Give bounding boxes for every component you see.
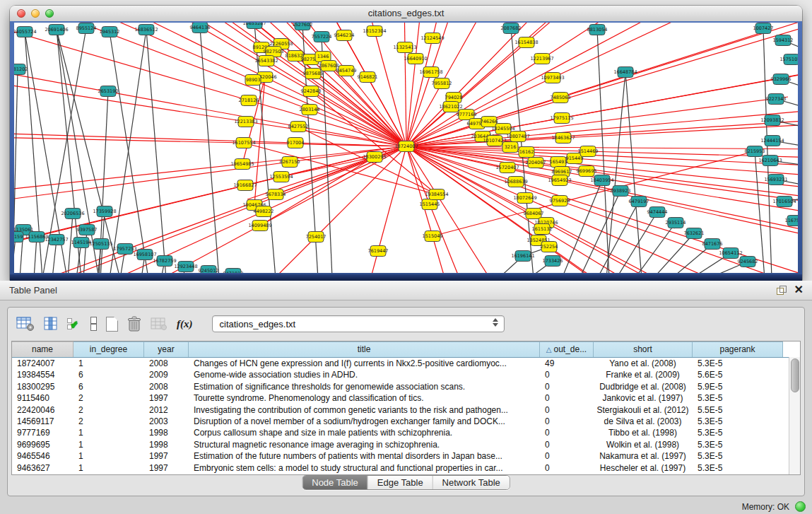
tab-edge-table[interactable]: Edge Table bbox=[368, 476, 433, 489]
table-cell-out_degree[interactable]: 0 bbox=[540, 450, 594, 462]
table-cell-year[interactable]: 1997 bbox=[144, 450, 189, 462]
column-header-title[interactable]: title bbox=[189, 341, 540, 357]
table-cell-out_degree[interactable]: 0 bbox=[540, 439, 594, 450]
table-row[interactable]: 1830029562008Estimation of significance … bbox=[12, 381, 800, 392]
close-panel-icon[interactable]: ✕ bbox=[794, 283, 804, 297]
table-cell-year[interactable]: 2008 bbox=[144, 381, 189, 392]
table-cell-in_degree[interactable]: 1 bbox=[73, 358, 144, 369]
table-cell-short[interactable]: Tibbo et al. (1998) bbox=[594, 427, 693, 438]
select-rows-button[interactable]: ✔✔ bbox=[67, 317, 81, 331]
table-cell-title[interactable]: Changes of HCN gene expression and I(f) … bbox=[189, 358, 540, 369]
scrollbar-thumb[interactable] bbox=[791, 358, 799, 392]
table-cell-title[interactable]: Embryonic stem cells: a model to study s… bbox=[189, 462, 540, 474]
table-row[interactable]: 977716911998Corpus callosum shape and si… bbox=[12, 427, 800, 438]
table-cell-short[interactable]: Jankovic et al. (1997) bbox=[594, 392, 693, 404]
memory-status-indicator[interactable] bbox=[795, 501, 806, 512]
table-select-dropdown[interactable]: citations_edges.txt bbox=[212, 315, 505, 332]
table-cell-in_degree[interactable]: 6 bbox=[73, 381, 144, 392]
table-cell-out_degree[interactable]: 0 bbox=[540, 427, 594, 438]
table-cell-pagerank[interactable]: 5.3E-5 bbox=[693, 427, 783, 438]
table-cell-out_degree[interactable]: 0 bbox=[540, 404, 594, 416]
table-cell-name[interactable]: 14569117 bbox=[12, 416, 73, 427]
table-cell-title[interactable]: Structural magnetic resonance image aver… bbox=[189, 439, 540, 450]
table-cell-year[interactable]: 2012 bbox=[144, 404, 189, 416]
table-cell-short[interactable]: de Silva et al. (2003) bbox=[594, 416, 693, 427]
network-graph[interactable]: 1872400722260558891295982750381863281654… bbox=[14, 23, 798, 273]
table-cell-name[interactable]: 9465546 bbox=[12, 450, 73, 462]
table-row[interactable]: 2242004622012Investigating the contribut… bbox=[12, 404, 800, 416]
table-cell-pagerank[interactable]: 5.3E-5 bbox=[693, 416, 783, 427]
table-cell-name[interactable]: 9463627 bbox=[12, 462, 73, 474]
table-cell-title[interactable]: Estimation of the future numbers of pati… bbox=[189, 450, 540, 462]
table-cell-name[interactable]: 9777169 bbox=[12, 427, 73, 438]
table-cell-pagerank[interactable]: 5.3E-5 bbox=[693, 358, 783, 369]
table-cell-in_degree[interactable]: 6 bbox=[73, 369, 144, 380]
minimize-window-button[interactable] bbox=[31, 9, 40, 18]
table-cell-name[interactable]: 19384554 bbox=[12, 369, 73, 380]
table-cell-out_degree[interactable]: 0 bbox=[540, 416, 594, 427]
table-cell-year[interactable]: 2009 bbox=[144, 369, 189, 380]
table-cell-year[interactable]: 2008 bbox=[144, 358, 189, 369]
table-cell-pagerank[interactable]: 5.3E-5 bbox=[693, 462, 783, 474]
table-cell-pagerank[interactable]: 5.6E-5 bbox=[693, 369, 783, 380]
create-column-button[interactable] bbox=[106, 317, 118, 332]
table-cell-name[interactable]: 18724007 bbox=[12, 358, 73, 369]
table-cell-pagerank[interactable]: 5.5E-5 bbox=[693, 404, 783, 416]
table-cell-year[interactable]: 1997 bbox=[144, 392, 189, 404]
table-row[interactable]: 946362711997Embryonic stem cells: a mode… bbox=[12, 462, 800, 474]
table-cell-short[interactable]: Dudbridge et al. (2008) bbox=[594, 381, 693, 392]
import-table-button[interactable] bbox=[151, 317, 167, 331]
table-cell-in_degree[interactable]: 1 bbox=[73, 439, 144, 450]
column-header-name[interactable]: name bbox=[12, 341, 73, 357]
column-header-year[interactable]: year bbox=[144, 341, 189, 357]
table-cell-out_degree[interactable]: 0 bbox=[540, 381, 594, 392]
close-window-button[interactable] bbox=[17, 9, 25, 18]
table-cell-pagerank[interactable]: 5.3E-5 bbox=[693, 392, 783, 404]
table-cell-year[interactable]: 1997 bbox=[144, 462, 189, 474]
table-cell-in_degree[interactable]: 1 bbox=[73, 450, 144, 462]
table-cell-title[interactable]: Estimation of significance thresholds fo… bbox=[189, 381, 540, 392]
table-cell-out_degree[interactable]: 0 bbox=[540, 462, 594, 474]
table-cell-name[interactable]: 22420046 bbox=[12, 404, 73, 416]
table-cell-title[interactable]: Corpus callosum shape and size in male p… bbox=[189, 427, 540, 438]
table-cell-title[interactable]: Disruption of a novel member of a sodium… bbox=[189, 416, 540, 427]
table-cell-title[interactable]: Investigating the contribution of common… bbox=[189, 404, 540, 416]
table-cell-title[interactable]: Tourette syndrome. Phenomenology and cla… bbox=[189, 392, 540, 404]
window-titlebar[interactable]: citations_edges.txt bbox=[10, 6, 802, 22]
table-cell-in_degree[interactable]: 1 bbox=[73, 462, 144, 474]
table-cell-in_degree[interactable]: 1 bbox=[73, 427, 144, 438]
table-cell-pagerank[interactable]: 5.9E-5 bbox=[693, 381, 783, 392]
table-settings-button[interactable] bbox=[16, 316, 35, 332]
table-cell-short[interactable]: Yano et al. (2008) bbox=[594, 358, 693, 369]
zoom-window-button[interactable] bbox=[45, 9, 54, 18]
table-cell-year[interactable]: 2003 bbox=[144, 416, 189, 427]
column-header-out_degree[interactable]: △out_de... bbox=[540, 341, 594, 357]
table-row[interactable]: 911546021997Tourette syndrome. Phenomeno… bbox=[12, 392, 800, 404]
table-cell-short[interactable]: Stergiakouli et al. (2012) bbox=[594, 404, 693, 416]
table-cell-short[interactable]: Wolkin et al. (1998) bbox=[594, 439, 693, 450]
table-cell-out_degree[interactable]: 49 bbox=[540, 358, 594, 369]
clear-selection-button[interactable] bbox=[90, 317, 97, 331]
network-canvas[interactable]: 1872400722260558891295982750381863281654… bbox=[14, 23, 798, 273]
table-cell-year[interactable]: 1998 bbox=[144, 439, 189, 450]
table-cell-short[interactable]: Hescheler et al. (1997) bbox=[594, 462, 693, 474]
table-cell-out_degree[interactable]: 0 bbox=[540, 392, 594, 404]
column-header-short[interactable]: short bbox=[594, 341, 693, 357]
table-cell-in_degree[interactable]: 2 bbox=[73, 392, 144, 404]
function-builder-button[interactable]: f(x) bbox=[177, 318, 193, 330]
table-row[interactable]: 1872400712008Changes of HCN gene express… bbox=[12, 358, 800, 369]
tab-network-table[interactable]: Network Table bbox=[433, 476, 510, 489]
table-cell-name[interactable]: 9115460 bbox=[12, 392, 73, 404]
table-cell-in_degree[interactable]: 2 bbox=[73, 404, 144, 416]
table-cell-name[interactable]: 18300295 bbox=[12, 381, 73, 392]
column-header-in_degree[interactable]: in_degree bbox=[73, 341, 144, 357]
table-cell-pagerank[interactable]: 5.3E-5 bbox=[693, 450, 783, 462]
table-cell-in_degree[interactable]: 2 bbox=[73, 416, 144, 427]
table-cell-pagerank[interactable]: 5.3E-5 bbox=[693, 439, 783, 450]
table-row[interactable]: 969969511998Structural magnetic resonanc… bbox=[12, 439, 800, 450]
table-cell-out_degree[interactable]: 0 bbox=[540, 369, 594, 380]
column-header-pagerank[interactable]: pagerank bbox=[693, 341, 783, 357]
tab-node-table[interactable]: Node Table bbox=[302, 476, 368, 489]
table-cell-short[interactable]: Nakamura et al. (1997) bbox=[594, 450, 693, 462]
table-cell-short[interactable]: Franke et al. (2009) bbox=[594, 369, 693, 380]
